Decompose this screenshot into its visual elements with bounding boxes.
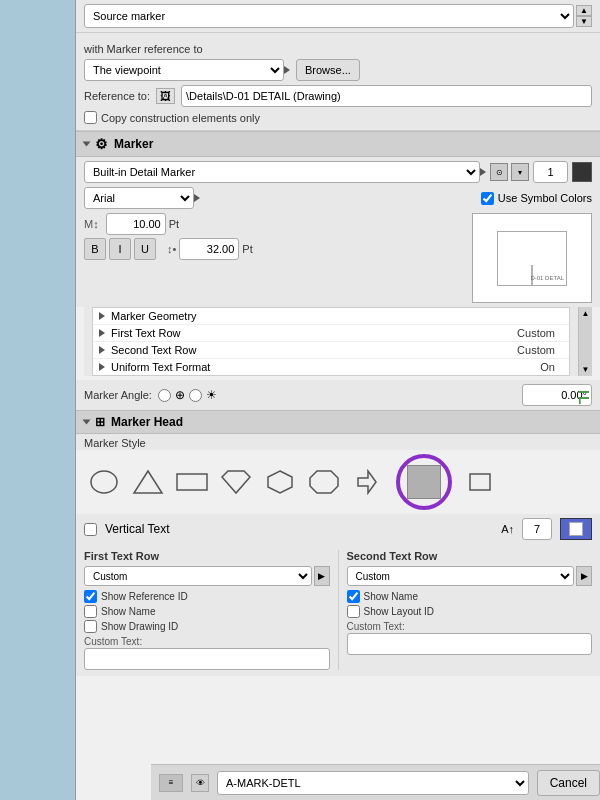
bold-button[interactable]: B: [84, 238, 106, 260]
font-row: Arial Use Symbol Colors: [76, 185, 600, 211]
show-name-1-label: Show Name: [101, 606, 155, 617]
shape-hexagon[interactable]: [260, 466, 300, 498]
text-rows-list: Marker Geometry First Text Row Custom Se…: [92, 307, 570, 376]
svg-rect-7: [470, 474, 490, 490]
use-symbol-checkbox[interactable]: [481, 192, 494, 205]
first-text-expand-btn[interactable]: [99, 329, 105, 337]
panel-divider: [338, 550, 339, 670]
spin-down[interactable]: ▼: [576, 16, 592, 27]
uniform-expand-btn[interactable]: [99, 363, 105, 371]
show-drawing-id-row: Show Drawing ID: [84, 620, 330, 633]
second-panel-arrow[interactable]: ▶: [576, 566, 592, 586]
marker-ref-label: with Marker reference to: [84, 43, 203, 55]
color-swatch[interactable]: [572, 162, 592, 182]
shape-rectangle[interactable]: [172, 466, 212, 498]
source-marker-spinner: ▲ ▼: [576, 5, 592, 27]
marker-num-input[interactable]: [533, 161, 568, 183]
second-panel-title: Second Text Row: [347, 550, 593, 562]
viewpoint-arrow: [284, 66, 290, 74]
eye-icon[interactable]: 👁: [191, 774, 209, 792]
head-font-size-input[interactable]: [522, 518, 552, 540]
angle-radio-1[interactable]: [158, 389, 171, 402]
browse-button[interactable]: Browse...: [296, 59, 360, 81]
reference-to-row: Reference to: 🖼 \Details\D-01 DETAIL (Dr…: [84, 85, 592, 107]
marker-icon-2: ▾: [511, 163, 529, 181]
first-panel-arrow[interactable]: ▶: [314, 566, 330, 586]
first-panel-select-row: Custom ▶: [84, 566, 330, 586]
preview-inner: D-01 DETAL: [497, 231, 567, 286]
custom-text-input-2[interactable]: [347, 633, 593, 655]
show-drawing-id-checkbox[interactable]: [84, 620, 97, 633]
text-list-scrollbar[interactable]: ▲ ▼: [578, 307, 592, 376]
first-text-row-item: First Text Row Custom: [93, 325, 569, 342]
geometry-label: Marker Geometry: [111, 310, 563, 322]
marker-style-shapes: [76, 450, 600, 514]
main-panel: Source marker ▲ ▼ with Marker reference …: [75, 0, 600, 800]
geometry-expand-btn[interactable]: [99, 312, 105, 320]
font-select[interactable]: Arial: [84, 187, 194, 209]
ref-icon: 🖼: [156, 88, 175, 104]
scroll-down[interactable]: ▼: [582, 365, 590, 374]
show-layout-id-checkbox[interactable]: [347, 605, 360, 618]
head-collapse-triangle[interactable]: [83, 420, 91, 425]
shape-triangle[interactable]: [128, 466, 168, 498]
preview-label: D-01 DETAL: [530, 275, 564, 282]
italic-button[interactable]: I: [109, 238, 131, 260]
show-layout-id-row: Show Layout ID: [347, 605, 593, 618]
vertical-text-checkbox[interactable]: [84, 523, 97, 536]
spacing-icon: ↕•: [167, 243, 176, 255]
second-text-panel: Second Text Row Custom ▶ Show Name Show …: [347, 550, 593, 670]
marker-type-arrow: [480, 168, 486, 176]
copy-construction-label: Copy construction elements only: [101, 112, 260, 124]
second-text-expand-btn[interactable]: [99, 346, 105, 354]
custom-text-input-1[interactable]: [84, 648, 330, 670]
second-text-label: Second Text Row: [111, 344, 511, 356]
source-marker-select[interactable]: Source marker: [84, 4, 574, 28]
size-row-1: M↕ Pt: [84, 213, 466, 235]
height-icon: M↕: [84, 218, 99, 230]
show-ref-id-checkbox[interactable]: [84, 590, 97, 603]
layer-icon: ≡: [159, 774, 183, 792]
shape-extra[interactable]: [460, 466, 500, 498]
cancel-button[interactable]: Cancel: [537, 770, 600, 796]
marker-head-header: ⊞ Marker Head: [76, 410, 600, 434]
marker-type-select[interactable]: Built-in Detail Marker: [84, 161, 480, 183]
viewpoint-select[interactable]: The viewpoint: [84, 59, 284, 81]
first-panel-select[interactable]: Custom: [84, 566, 312, 586]
show-name-1-checkbox[interactable]: [84, 605, 97, 618]
marker-section-header: ⚙ Marker: [76, 131, 600, 157]
shape-octagon[interactable]: [304, 466, 344, 498]
marker-geometry-item: Marker Geometry: [93, 308, 569, 325]
spin-up[interactable]: ▲: [576, 5, 592, 16]
scroll-up[interactable]: ▲: [582, 309, 590, 318]
custom-text-label-2: Custom Text:: [347, 621, 593, 632]
copy-construction-checkbox[interactable]: [84, 111, 97, 124]
text-panels: First Text Row Custom ▶ Show Reference I…: [76, 544, 600, 676]
second-panel-select[interactable]: Custom: [347, 566, 575, 586]
second-text-custom: Custom: [517, 344, 555, 356]
svg-marker-6: [358, 471, 376, 493]
use-symbol-label: Use Symbol Colors: [498, 192, 592, 204]
marker-collapse-triangle[interactable]: [83, 142, 91, 147]
sizes-area: M↕ Pt B I U ↕• Pt D-01 DETAL: [76, 211, 600, 307]
line-spacing-input[interactable]: [179, 238, 239, 260]
shape-selected[interactable]: [396, 454, 452, 510]
shape-circle[interactable]: [84, 466, 124, 498]
underline-button[interactable]: U: [134, 238, 156, 260]
color-block[interactable]: [560, 518, 592, 540]
shape-pentagon-down[interactable]: [216, 466, 256, 498]
format-btns-row: B I U ↕• Pt: [84, 238, 466, 260]
angle-radio-2[interactable]: [189, 389, 202, 402]
font-size-input[interactable]: [106, 213, 166, 235]
svg-marker-3: [222, 471, 250, 493]
angle-radio-group: ⊕ ☀: [158, 388, 217, 402]
show-drawing-id-label: Show Drawing ID: [101, 621, 178, 632]
shape-arrow-left[interactable]: [348, 466, 388, 498]
show-name-2-checkbox[interactable]: [347, 590, 360, 603]
inner-color: [569, 522, 583, 536]
svg-marker-1: [134, 471, 162, 493]
reference-to-label: Reference to:: [84, 90, 150, 102]
layer-select[interactable]: A-MARK-DETL: [217, 771, 529, 795]
show-name-2-label: Show Name: [364, 591, 418, 602]
marker-preview: D-01 DETAL: [472, 213, 592, 303]
